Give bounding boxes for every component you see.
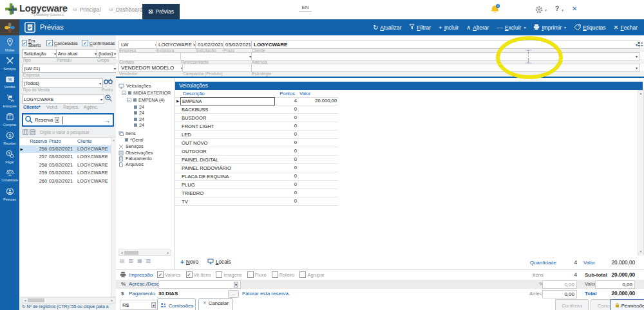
- sidebar-item-pagar[interactable]: $ Pagar: [0, 147, 19, 166]
- tree-leaf[interactable]: 24: [134, 122, 144, 128]
- tree-servicos[interactable]: Serviços: [118, 143, 144, 149]
- cell-pontos[interactable]: 0: [275, 131, 297, 138]
- list-item[interactable]: ▶ 260 03/02/2021 LOGYCWARE: [19, 178, 111, 185]
- sidebar-item-pessoas[interactable]: Pessoas: [0, 185, 19, 203]
- antec-input[interactable]: 0,00: [542, 290, 577, 298]
- list-item[interactable]: ▶ 258 03/02/2021 LOGYCWARE: [19, 161, 111, 169]
- col-cliente[interactable]: Cliente: [77, 138, 111, 145]
- col-prazo[interactable]: Prazo: [49, 138, 77, 145]
- permissoes-button[interactable]: Permissões: [610, 299, 644, 310]
- print-button[interactable]: Imprimir▾: [533, 24, 566, 32]
- expand-branch-icon[interactable]: ▦: [137, 258, 142, 264]
- print-option-checkbox[interactable]: ✓ Vlr.Itens: [186, 271, 211, 278]
- tab-previas[interactable]: ⊠ Prévias: [142, 4, 180, 19]
- cell-descricao[interactable]: PAINEL RODOVIÁRIO: [180, 165, 275, 172]
- cell-valor[interactable]: 20.000,00: [297, 97, 338, 105]
- tree-veiculacoes[interactable]: Veiculações: [118, 83, 151, 89]
- grid-settings-icon[interactable]: [30, 129, 35, 136]
- pagamento-value[interactable]: 30 DIAS: [158, 291, 178, 296]
- print-option-checkbox[interactable]: ✓ Valores: [157, 271, 181, 278]
- tree-empena[interactable]: -EMPENA (4): [127, 97, 165, 103]
- add-button[interactable]: +Incluir: [439, 24, 459, 31]
- entidade-select[interactable]: LOGYCWARE▾: [22, 95, 104, 104]
- delete-button[interactable]: —Excluir▾: [497, 24, 526, 31]
- scroll-thumb[interactable]: [28, 298, 44, 302]
- cell-pontos[interactable]: 0: [275, 105, 297, 113]
- status-checkbox[interactable]: ✓ Canceladas: [46, 39, 78, 48]
- table-row[interactable]: ▶ PAINEL DIGITAL 0: [175, 156, 338, 164]
- help-button[interactable]: ?: [555, 5, 559, 12]
- cell-descricao[interactable]: LED: [180, 131, 275, 138]
- col-reserva[interactable]: Reserva: [24, 138, 49, 145]
- cell-descricao[interactable]: OUTDOOR: [180, 148, 275, 155]
- edit-button[interactable]: ∧Alterar: [466, 24, 489, 31]
- locais-button[interactable]: Locais: [207, 259, 231, 266]
- tree-itens[interactable]: Itens: [118, 131, 136, 136]
- cell-descricao[interactable]: PLUG: [180, 181, 275, 188]
- faturar-link[interactable]: Faturar esta reserva.: [242, 291, 290, 296]
- status-checkbox[interactable]: ✓ Em aberto: [22, 39, 43, 48]
- refresh-button[interactable]: ↻Atualizar: [373, 24, 401, 31]
- cell-descricao[interactable]: TV: [180, 198, 275, 205]
- tree-faturamento[interactable]: Faturamento: [118, 156, 152, 161]
- results-header[interactable]: Reserva Prazo Cliente: [19, 138, 111, 145]
- pct-input[interactable]: 0,00: [542, 280, 577, 289]
- grid-col-pontos[interactable]: Pontos: [259, 91, 295, 96]
- impressao-label[interactable]: Impressão: [129, 272, 153, 278]
- cell-pontos[interactable]: 0: [275, 156, 297, 163]
- print-option-checkbox[interactable]: ✓ Roteiro: [272, 271, 295, 278]
- help-caret-icon[interactable]: ▾: [562, 8, 564, 12]
- table-row[interactable]: ▶ PLACA DE ESQUINA 0: [175, 172, 338, 181]
- tree-leaf[interactable]: 24: [134, 116, 144, 122]
- tipo-select[interactable]: Solicitação▾: [22, 49, 58, 58]
- client-group-icon[interactable]: [636, 41, 644, 49]
- binoculars-icon[interactable]: [104, 78, 113, 86]
- print-option-checkbox[interactable]: ✓ Fluxo: [247, 271, 267, 278]
- expand-all-icon[interactable]: ▤: [120, 258, 125, 264]
- notifications-bell-icon[interactable]: [489, 4, 500, 16]
- search-entity-icon[interactable]: [104, 94, 113, 104]
- form-estrategia-select[interactable]: ▾: [251, 64, 640, 72]
- sidebar-item-receber[interactable]: $ Receber: [0, 129, 19, 147]
- cell-pontos[interactable]: 0: [275, 197, 297, 205]
- tree-leaf[interactable]: 24: [134, 110, 144, 116]
- pagamento-more-button[interactable]: ...: [228, 290, 239, 298]
- list-item[interactable]: ▶ 257 03/02/2021 LOGYCWARE: [19, 153, 111, 161]
- columns-icon[interactable]: [23, 129, 28, 136]
- tree-hscrollbar[interactable]: ◄ ►: [118, 250, 171, 256]
- scroll-thumb[interactable]: [124, 251, 138, 255]
- list-item[interactable]: ▶ 256 03/02/2021 LOGYCWARE: [19, 145, 111, 153]
- search-field-caret-icon[interactable]: ▾: [55, 117, 59, 123]
- cell-descricao[interactable]: TRIEDRO: [180, 190, 275, 197]
- sidebar-item-midias[interactable]: Mídias: [0, 35, 19, 54]
- cell-descricao[interactable]: PLACA DE ESQUINA: [180, 173, 275, 180]
- acresc-select[interactable]: ▾: [158, 280, 241, 289]
- cell-pontos[interactable]: 0: [275, 164, 297, 172]
- grid-col-descricao[interactable]: Descrição: [183, 91, 205, 96]
- cell-descricao[interactable]: BUSDOOR: [180, 114, 275, 122]
- search-field-select[interactable]: Reserva: [35, 117, 53, 123]
- settings-gear-icon[interactable]: [535, 5, 544, 15]
- table-row[interactable]: ▶ EMPENA 4 20.000,00: [175, 97, 338, 105]
- cell-pontos[interactable]: 0: [275, 114, 297, 122]
- table-row[interactable]: ▶ OUTDOOR 0: [175, 147, 338, 156]
- tree-leaf[interactable]: 24: [134, 104, 144, 110]
- cell-pontos[interactable]: 0: [275, 147, 297, 155]
- cell-descricao[interactable]: BACKBUSS: [180, 106, 275, 113]
- app-pinwheel-icon[interactable]: [0, 19, 19, 35]
- search-go-arrow-icon[interactable]: →: [104, 116, 111, 124]
- cell-pontos[interactable]: 0: [275, 172, 297, 180]
- entity-tab-vendedor[interactable]: Vend.: [46, 104, 58, 110]
- window-close-button[interactable]: ✕: [572, 5, 577, 12]
- print-option-checkbox[interactable]: ✓ Imagens: [216, 271, 242, 278]
- novo-button[interactable]: + Novo: [180, 259, 198, 266]
- cell-pontos[interactable]: 0: [275, 189, 297, 197]
- sidebar-item-contabilidade[interactable]: Contabilidade: [0, 166, 19, 185]
- close-module-button[interactable]: ✕Fechar: [614, 24, 638, 31]
- refresh-small-icon[interactable]: ↻: [22, 304, 26, 309]
- table-row[interactable]: ▶ PAINEL RODOVIÁRIO 0: [175, 164, 338, 172]
- cell-pontos[interactable]: 4: [275, 97, 297, 105]
- collapse-all-icon[interactable]: ▥: [129, 258, 134, 264]
- tree-arquivos[interactable]: Arquivos: [118, 161, 144, 167]
- sidebar-item-servicos[interactable]: Serviços: [0, 54, 19, 73]
